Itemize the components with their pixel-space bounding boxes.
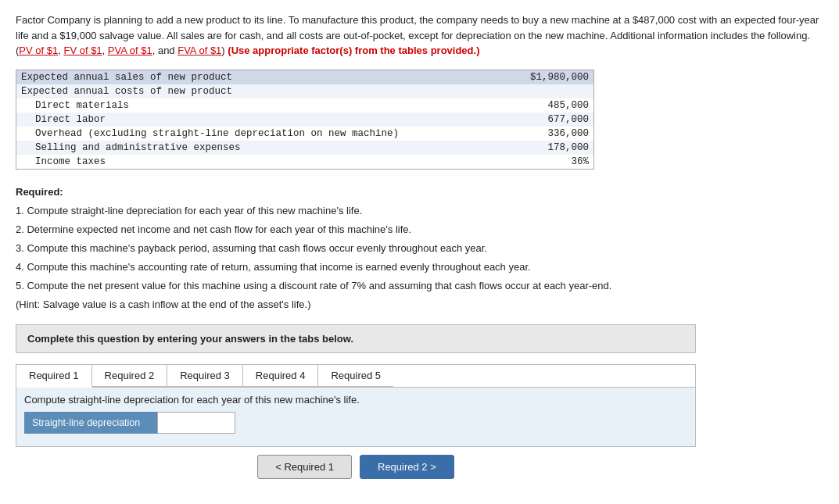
value-cell: 36% bbox=[507, 155, 594, 170]
value-cell: 178,000 bbox=[507, 141, 594, 155]
required-item-3: 3. Compute this machine's payback period… bbox=[16, 240, 823, 257]
pva-link[interactable]: PVA of $1 bbox=[108, 45, 152, 56]
required-heading: Required: bbox=[16, 186, 63, 198]
tab-required-5[interactable]: Required 5 bbox=[318, 365, 393, 387]
table-row: Direct labor 677,000 bbox=[16, 113, 594, 127]
nav-buttons: < Required 1 Required 2 > bbox=[16, 455, 696, 479]
required-hint: (Hint: Salvage value is a cash inflow at… bbox=[16, 296, 823, 313]
value-cell: $1,980,000 bbox=[507, 70, 594, 84]
label-cell: Direct labor bbox=[16, 113, 507, 127]
label-cell: Income taxes bbox=[16, 155, 507, 170]
label-cell: Overhead (excluding straight-line deprec… bbox=[16, 127, 507, 141]
required-item-2: 2. Determine expected net income and net… bbox=[16, 221, 823, 238]
next-button[interactable]: Required 2 > bbox=[360, 455, 454, 479]
prev-button[interactable]: < Required 1 bbox=[257, 455, 352, 479]
table-row: Income taxes 36% bbox=[16, 155, 594, 170]
value-cell: 485,000 bbox=[507, 98, 594, 113]
input-label: Straight-line depreciation bbox=[24, 412, 157, 434]
intro-bold: (Use appropriate factor(s) from the tabl… bbox=[228, 45, 479, 56]
label-cell: Expected annual costs of new product bbox=[16, 84, 507, 98]
complete-box-text: Complete this question by entering your … bbox=[27, 333, 353, 345]
required-item-4: 4. Compute this machine's accounting rat… bbox=[16, 259, 823, 276]
tab-required-1[interactable]: Required 1 bbox=[16, 365, 92, 388]
table-row: Direct materials 485,000 bbox=[16, 98, 594, 113]
financial-data-table: Expected annual sales of new product $1,… bbox=[16, 70, 594, 170]
table-row: Expected annual costs of new product bbox=[16, 84, 594, 98]
input-row: Straight-line depreciation bbox=[24, 412, 687, 434]
tab-required-4[interactable]: Required 4 bbox=[243, 365, 319, 387]
pv-link[interactable]: PV of $1 bbox=[19, 45, 58, 56]
tab-required-3[interactable]: Required 3 bbox=[167, 365, 243, 387]
value-cell bbox=[507, 84, 594, 98]
tab-required-2[interactable]: Required 2 bbox=[92, 365, 168, 387]
fv-link[interactable]: FV of $1 bbox=[63, 45, 102, 56]
value-cell: 336,000 bbox=[507, 127, 594, 141]
value-cell: 677,000 bbox=[507, 113, 594, 127]
straight-line-depreciation-input[interactable] bbox=[157, 412, 235, 434]
table-row: Expected annual sales of new product $1,… bbox=[16, 70, 594, 84]
label-cell: Selling and administrative expenses bbox=[16, 141, 507, 155]
required-section: Required: 1. Compute straight-line depre… bbox=[16, 184, 823, 314]
required-item-1: 1. Compute straight-line depreciation fo… bbox=[16, 202, 823, 220]
tab-description: Compute straight-line depreciation for e… bbox=[24, 394, 687, 406]
table-row: Overhead (excluding straight-line deprec… bbox=[16, 127, 594, 141]
intro-paragraph: Factor Company is planning to add a new … bbox=[16, 13, 823, 59]
table-row: Selling and administrative expenses 178,… bbox=[16, 141, 594, 155]
tabs-row: Required 1 Required 2 Required 3 Require… bbox=[16, 364, 696, 387]
label-cell: Expected annual sales of new product bbox=[16, 70, 507, 84]
required-item-5: 5. Compute the net present value for thi… bbox=[16, 277, 823, 295]
fva-link[interactable]: FVA of $1 bbox=[177, 45, 221, 56]
label-cell: Direct materials bbox=[16, 98, 507, 113]
tab-content-area: Compute straight-line depreciation for e… bbox=[16, 387, 696, 447]
complete-box: Complete this question by entering your … bbox=[16, 324, 696, 353]
